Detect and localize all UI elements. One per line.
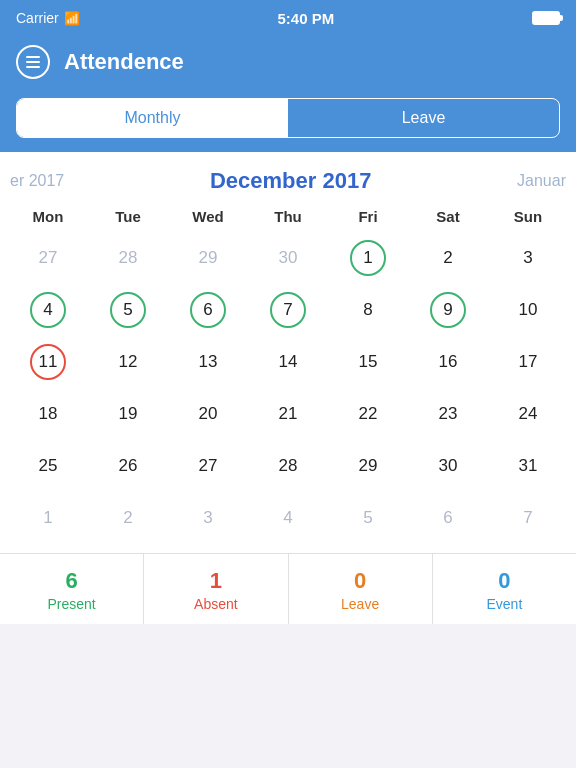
leave-count: 0 xyxy=(289,568,432,594)
day-cell[interactable]: 7 xyxy=(248,285,328,335)
calendar-week-5: 25 26 27 28 29 30 31 xyxy=(8,441,568,491)
carrier-label: Carrier xyxy=(16,10,59,26)
stat-absent: 1 Absent xyxy=(144,554,288,624)
day-cell[interactable]: 20 xyxy=(168,389,248,439)
day-cell[interactable]: 2 xyxy=(408,233,488,283)
day-cell[interactable]: 26 xyxy=(88,441,168,491)
stat-present: 6 Present xyxy=(0,554,144,624)
event-count: 0 xyxy=(433,568,576,594)
day-header-sun: Sun xyxy=(488,202,568,231)
day-cell[interactable]: 28 xyxy=(248,441,328,491)
day-headers-row: Mon Tue Wed Thu Fri Sat Sun xyxy=(8,202,568,231)
calendar-week-6: 1 2 3 4 5 6 7 xyxy=(8,493,568,543)
tab-leave[interactable]: Leave xyxy=(288,99,559,137)
calendar-section: er 2017 December 2017 Januar Mon Tue Wed… xyxy=(0,152,576,624)
day-header-mon: Mon xyxy=(8,202,88,231)
day-header-sat: Sat xyxy=(408,202,488,231)
stat-event: 0 Event xyxy=(433,554,576,624)
day-cell[interactable]: 30 xyxy=(248,233,328,283)
day-cell[interactable]: 27 xyxy=(168,441,248,491)
day-cell[interactable]: 30 xyxy=(408,441,488,491)
calendar-week-1: 27 28 29 30 1 2 3 xyxy=(8,233,568,283)
day-cell[interactable]: 25 xyxy=(8,441,88,491)
day-cell[interactable]: 17 xyxy=(488,337,568,387)
day-cell[interactable]: 28 xyxy=(88,233,168,283)
status-time: 5:40 PM xyxy=(278,10,335,27)
day-cell[interactable]: 29 xyxy=(168,233,248,283)
next-month-label: Januar xyxy=(517,172,566,190)
day-cell[interactable]: 16 xyxy=(408,337,488,387)
event-label: Event xyxy=(433,596,576,612)
calendar-week-3: 11 12 13 14 15 16 17 xyxy=(8,337,568,387)
prev-month-label: er 2017 xyxy=(10,172,64,190)
hamburger-icon xyxy=(26,56,40,68)
current-month-label: December 2017 xyxy=(210,168,371,194)
stats-bar: 6 Present 1 Absent 0 Leave 0 Event xyxy=(0,553,576,624)
present-label: Present xyxy=(0,596,143,612)
carrier-info: Carrier 📶 xyxy=(16,10,80,26)
day-cell[interactable]: 5 xyxy=(328,493,408,543)
day-cell[interactable]: 24 xyxy=(488,389,568,439)
day-cell[interactable]: 5 xyxy=(88,285,168,335)
day-cell[interactable]: 3 xyxy=(488,233,568,283)
day-cell[interactable]: 21 xyxy=(248,389,328,439)
day-header-thu: Thu xyxy=(248,202,328,231)
day-cell[interactable]: 7 xyxy=(488,493,568,543)
day-header-tue: Tue xyxy=(88,202,168,231)
day-cell[interactable]: 4 xyxy=(8,285,88,335)
nav-bar: Attendence xyxy=(0,36,576,88)
day-cell[interactable]: 19 xyxy=(88,389,168,439)
day-cell[interactable]: 4 xyxy=(248,493,328,543)
day-cell[interactable]: 18 xyxy=(8,389,88,439)
day-cell[interactable]: 8 xyxy=(328,285,408,335)
day-cell[interactable]: 1 xyxy=(328,233,408,283)
tab-container: Monthly Leave xyxy=(16,98,560,138)
day-cell[interactable]: 27 xyxy=(8,233,88,283)
day-cell[interactable]: 23 xyxy=(408,389,488,439)
day-cell[interactable]: 12 xyxy=(88,337,168,387)
stat-leave: 0 Leave xyxy=(289,554,433,624)
day-cell[interactable]: 13 xyxy=(168,337,248,387)
present-count: 6 xyxy=(0,568,143,594)
calendar-week-2: 4 5 6 7 8 9 10 xyxy=(8,285,568,335)
month-nav: er 2017 December 2017 Januar xyxy=(0,152,576,202)
tab-monthly[interactable]: Monthly xyxy=(17,99,288,137)
menu-button[interactable] xyxy=(16,45,50,79)
calendar-week-4: 18 19 20 21 22 23 24 xyxy=(8,389,568,439)
day-header-wed: Wed xyxy=(168,202,248,231)
day-cell[interactable]: 29 xyxy=(328,441,408,491)
calendar-grid: Mon Tue Wed Thu Fri Sat Sun 27 28 29 30 … xyxy=(0,202,576,553)
day-cell[interactable]: 22 xyxy=(328,389,408,439)
bottom-space xyxy=(0,624,576,768)
day-cell[interactable]: 3 xyxy=(168,493,248,543)
day-cell[interactable]: 15 xyxy=(328,337,408,387)
day-cell[interactable]: 14 xyxy=(248,337,328,387)
day-cell[interactable]: 6 xyxy=(408,493,488,543)
day-cell[interactable]: 1 xyxy=(8,493,88,543)
day-cell[interactable]: 11 xyxy=(8,337,88,387)
wifi-icon: 📶 xyxy=(64,11,80,26)
day-cell[interactable]: 6 xyxy=(168,285,248,335)
day-header-fri: Fri xyxy=(328,202,408,231)
page-title: Attendence xyxy=(64,49,184,75)
battery-icon xyxy=(532,11,560,25)
absent-count: 1 xyxy=(144,568,287,594)
day-cell[interactable]: 9 xyxy=(408,285,488,335)
tab-switcher: Monthly Leave xyxy=(0,88,576,152)
day-cell[interactable]: 31 xyxy=(488,441,568,491)
absent-label: Absent xyxy=(144,596,287,612)
day-cell[interactable]: 2 xyxy=(88,493,168,543)
leave-label: Leave xyxy=(289,596,432,612)
day-cell[interactable]: 10 xyxy=(488,285,568,335)
status-bar: Carrier 📶 5:40 PM xyxy=(0,0,576,36)
